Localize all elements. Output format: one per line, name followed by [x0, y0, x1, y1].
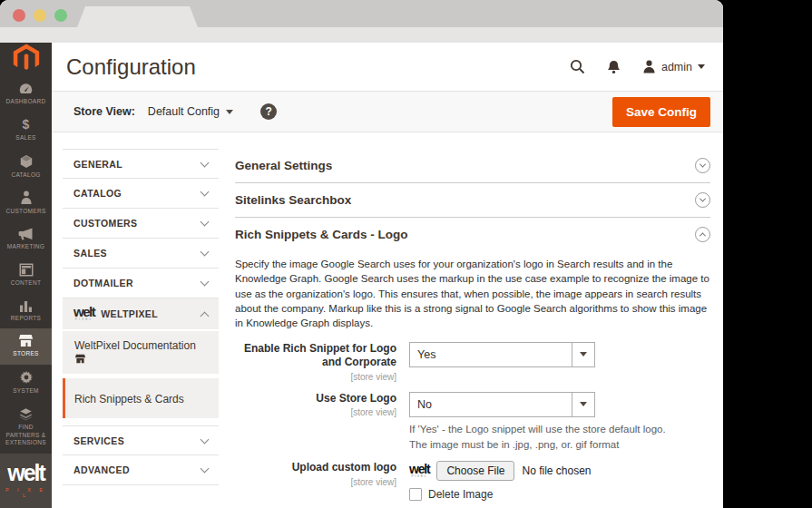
- chevron-down-icon: [201, 248, 210, 257]
- field-enable-rich-snippet: Enable Rich Snippet for Logo and Corpora…: [235, 342, 710, 383]
- sidebar-item-label: DASHBOARD: [6, 98, 46, 106]
- section-general-settings[interactable]: General Settings: [235, 149, 710, 182]
- nav-label: SERVICES: [73, 435, 124, 446]
- section-rich-snippets-logo[interactable]: Rich Snippets & Cards - Logo: [235, 218, 710, 251]
- section-title: Sitelinks Searchbox: [235, 193, 351, 207]
- sidebar-item-label: SYSTEM: [13, 387, 39, 396]
- chevron-down-circle-icon[interactable]: [695, 158, 710, 173]
- sidebar-item-marketing[interactable]: MARKETING: [0, 222, 52, 258]
- chevron-up-circle-icon[interactable]: [695, 227, 710, 242]
- config-nav-weltpixel-documentation[interactable]: WeltPixel Documentation: [63, 331, 219, 374]
- field-use-store-logo: Use Store Logo [store view] No If 'Yes' …: [235, 392, 710, 452]
- field-note-line: If 'Yes' - the Logo snippet will use the…: [409, 424, 666, 435]
- store-awning-icon: [74, 354, 86, 364]
- weltpixel-brand-name: welt: [0, 462, 52, 484]
- save-config-button[interactable]: Save Config: [612, 97, 710, 127]
- select-value: No: [417, 398, 432, 411]
- browser-window: DASHBOARD $ SALES CATALOG: [0, 0, 723, 508]
- field-control: No If 'Yes' - the Logo snippet will use …: [409, 392, 710, 452]
- config-nav-sales[interactable]: SALES: [63, 239, 219, 269]
- choose-file-button[interactable]: Choose File: [436, 461, 514, 481]
- chevron-down-icon: [201, 218, 210, 227]
- sidebar-item-dashboard[interactable]: DASHBOARD: [0, 76, 52, 112]
- nav-label: ADVANCED: [73, 464, 130, 475]
- field-note-line: The image must be in .jpg, .png, or. gif…: [409, 439, 619, 450]
- use-store-logo-select[interactable]: No: [409, 392, 595, 417]
- field-label: Enable Rich Snippet for Logo and Corpora…: [235, 342, 396, 383]
- store-view-toolbar: Store View: Default Config ? Save Config: [52, 91, 723, 132]
- user-icon: [642, 60, 656, 73]
- help-icon[interactable]: ?: [260, 103, 277, 120]
- magento-logo[interactable]: [0, 43, 52, 73]
- nav-label: WeltPixel Documentation: [74, 339, 196, 352]
- field-label-text: Upload custom logo: [292, 461, 396, 474]
- section-title: General Settings: [235, 159, 332, 172]
- chevron-up-icon: [201, 311, 210, 320]
- dashboard-icon: [18, 82, 34, 95]
- chevron-down-circle-icon[interactable]: [695, 192, 710, 208]
- chevron-down-icon: [698, 64, 705, 69]
- weltpixel-mini-logo-sub: PIXEL: [73, 318, 94, 321]
- select-arrow-button[interactable]: [572, 343, 594, 366]
- close-window-button[interactable]: [13, 9, 25, 22]
- content-icon: [19, 263, 34, 277]
- logo-thumbnail: welt PIXEL: [409, 464, 429, 477]
- sidebar-item-find-partners[interactable]: FIND PARTNERS & EXTENSIONS: [0, 402, 52, 454]
- config-nav-services[interactable]: SERVICES: [63, 425, 219, 455]
- chevron-down-icon: [201, 188, 210, 197]
- configuration-content: GENERAL CATALOG CUSTOMERS SALES: [52, 132, 723, 508]
- nav-label: CUSTOMERS: [73, 218, 138, 229]
- nav-label: Rich Snippets & Cards: [74, 393, 184, 405]
- field-upload-custom-logo: Upload custom logo [store view] welt PIX…: [235, 461, 710, 508]
- sidebar-item-content[interactable]: CONTENT: [0, 258, 52, 294]
- system-icon: [19, 370, 34, 385]
- config-nav-general[interactable]: GENERAL: [63, 149, 219, 179]
- store-view-value: Default Config: [148, 105, 220, 118]
- delete-image-label: Delete Image: [428, 488, 493, 501]
- magento-m-icon: [11, 43, 42, 73]
- config-nav-rich-snippets-cards[interactable]: Rich Snippets & Cards: [63, 378, 219, 418]
- nav-label: SALES: [73, 248, 107, 259]
- browser-toolbar-strip: [0, 27, 723, 43]
- sidebar-item-stores[interactable]: STORES: [0, 328, 52, 365]
- sidebar-item-system[interactable]: SYSTEM: [0, 365, 52, 402]
- file-status-text: No file chosen: [522, 464, 591, 477]
- weltpixel-brand-sub: P I X E L: [0, 487, 52, 498]
- browser-tab[interactable]: [77, 6, 198, 27]
- stores-icon: [18, 334, 34, 347]
- admin-user-menu[interactable]: admin: [642, 60, 705, 73]
- sidebar-item-catalog[interactable]: CATALOG: [0, 149, 52, 186]
- config-nav-advanced[interactable]: ADVANCED: [63, 455, 219, 485]
- maximize-window-button[interactable]: [54, 9, 67, 22]
- weltpixel-mini-logo: welt PIXEL: [73, 307, 94, 321]
- store-view-select[interactable]: Default Config: [148, 105, 233, 118]
- notifications-bell-icon[interactable]: [607, 60, 621, 74]
- sidebar-item-sales[interactable]: $ SALES: [0, 112, 52, 149]
- sidebar-item-label: SALES: [15, 134, 35, 142]
- sidebar-item-reports[interactable]: REPORTS: [0, 294, 52, 329]
- section-sitelinks-searchbox[interactable]: Sitelinks Searchbox: [235, 183, 710, 217]
- nav-label: DOTMAILER: [73, 278, 133, 288]
- sidebar-item-label: FIND PARTNERS & EXTENSIONS: [2, 424, 50, 447]
- field-label-text: Enable Rich Snippet for Logo and Corpora…: [244, 342, 396, 369]
- logo-thumbnail-sub: PIXEL: [409, 475, 429, 478]
- sidebar-item-customers[interactable]: CUSTOMERS: [0, 185, 52, 222]
- config-nav-dotmailer[interactable]: DOTMAILER: [63, 269, 219, 298]
- config-nav-customers[interactable]: CUSTOMERS: [63, 209, 219, 239]
- field-scope: [store view]: [235, 371, 396, 383]
- logo-section-description: Specify the image Google Search uses for…: [235, 257, 710, 331]
- config-nav-catalog[interactable]: CATALOG: [63, 179, 219, 209]
- enable-rich-snippet-select[interactable]: Yes: [409, 342, 595, 367]
- screenshot-stage: DASHBOARD $ SALES CATALOG: [0, 0, 812, 508]
- delete-image-checkbox[interactable]: [409, 488, 422, 501]
- search-icon[interactable]: [570, 59, 585, 74]
- admin-sidebar: DASHBOARD $ SALES CATALOG: [0, 43, 52, 508]
- nav-label: CATALOG: [73, 188, 122, 199]
- file-upload-row: welt PIXEL Choose File No file chosen: [409, 461, 710, 481]
- main-area: Configuration: [52, 43, 723, 508]
- select-arrow-button[interactable]: [572, 393, 594, 416]
- minimize-window-button[interactable]: [34, 9, 46, 22]
- config-nav-weltpixel[interactable]: welt PIXEL WELTPIXEL: [63, 298, 219, 331]
- reports-icon: [19, 299, 33, 312]
- config-sections: General Settings Sitelinks Searchbox Ric…: [219, 149, 714, 508]
